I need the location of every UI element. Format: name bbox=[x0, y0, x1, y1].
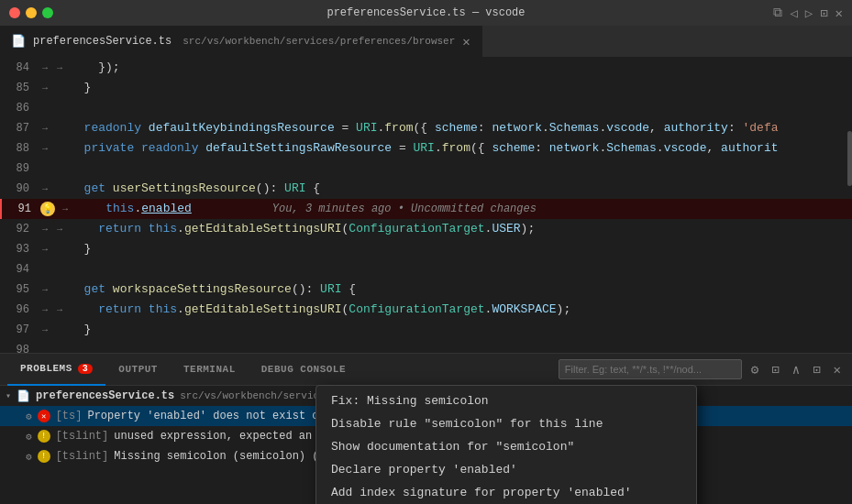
split-editor-icon[interactable]: ⧉ bbox=[773, 5, 782, 20]
panel-toolbar: ⚙ ⊡ ∧ ⊡ ✕ bbox=[359, 359, 845, 379]
panel-tab-output[interactable]: OUTPUT bbox=[105, 354, 171, 386]
problem-gear-icon-1[interactable]: ⚙ bbox=[26, 431, 32, 443]
error-icon-0: ✕ bbox=[38, 410, 50, 422]
tab-path: src/vs/workbench/services/preferences/br… bbox=[183, 36, 455, 47]
close-icon[interactable]: ✕ bbox=[835, 5, 843, 21]
warning-icon-2: ! bbox=[38, 450, 50, 463]
tab-close-button[interactable]: ✕ bbox=[462, 34, 470, 49]
warning-icon-1: ! bbox=[38, 430, 50, 443]
code-line-96: 96 → → return this.getEditableSettingsUR… bbox=[0, 300, 852, 320]
layout-icon[interactable]: ⊡ bbox=[820, 5, 827, 21]
editor-tab[interactable]: 📄 preferencesService.ts src/vs/workbench… bbox=[0, 25, 482, 57]
editor-scrollbar[interactable] bbox=[847, 131, 852, 186]
maximize-button[interactable] bbox=[42, 7, 53, 18]
title-bar: preferencesService.ts — vscode ⧉ ◁ ▷ ⊡ ✕ bbox=[0, 0, 852, 26]
close-button[interactable] bbox=[9, 7, 20, 18]
forward-icon[interactable]: ▷ bbox=[805, 5, 813, 21]
panel-tab-bar: PROBLEMS 3 OUTPUT TERMINAL DEBUG CONSOLE… bbox=[0, 354, 852, 386]
tab-filename: preferencesService.ts bbox=[33, 35, 172, 48]
problem-source-2: [tslint] bbox=[56, 450, 109, 463]
tab-bar: 📄 preferencesService.ts src/vs/workbench… bbox=[0, 26, 852, 58]
code-line-95: 95 → get workspaceSettingsResource(): UR… bbox=[0, 279, 852, 300]
code-line-94: 94 bbox=[0, 259, 852, 279]
line-content-84: }); bbox=[66, 58, 852, 78]
copy-icon[interactable]: ⊡ bbox=[768, 360, 782, 379]
code-line-92: 92 → → return this.getEditableSettingsUR… bbox=[0, 219, 852, 239]
minimize-button[interactable] bbox=[26, 7, 37, 18]
collapse-icon[interactable]: ∧ bbox=[789, 360, 803, 379]
settings-icon[interactable]: ⚙ bbox=[747, 360, 762, 379]
problems-badge: 3 bbox=[78, 364, 94, 374]
file-type-icon: 📄 bbox=[17, 389, 30, 403]
problem-filename: preferencesService.ts bbox=[36, 389, 174, 402]
editor: 84 → → }); 85 → } 86 87 → readonly defau… bbox=[0, 58, 852, 353]
menu-item-0[interactable]: Fix: Missing semicolon bbox=[316, 389, 696, 412]
menu-item-4[interactable]: Add index signature for property 'enable… bbox=[316, 481, 696, 504]
code-line-91: 91 💡 → this.enabled You, 3 minutes ago •… bbox=[0, 199, 852, 219]
window-controls: ⧉ ◁ ▷ ⊡ ✕ bbox=[773, 5, 843, 21]
panel-tab-terminal[interactable]: TERMINAL bbox=[171, 354, 249, 386]
code-line-93: 93 → } bbox=[0, 239, 852, 259]
code-line-97: 97 → } bbox=[0, 320, 852, 340]
code-line-98: 98 bbox=[0, 340, 852, 353]
menu-item-3[interactable]: Declare property 'enabled' bbox=[316, 458, 696, 481]
problem-source-1: [tslint] bbox=[56, 430, 109, 443]
traffic-lights bbox=[9, 7, 53, 18]
code-line-84: 84 → → }); bbox=[0, 58, 852, 78]
problem-gear-icon-0[interactable]: ⚙ bbox=[26, 411, 32, 422]
problem-gear-icon-2[interactable]: ⚙ bbox=[26, 451, 32, 463]
code-line-89: 89 bbox=[0, 159, 852, 179]
lightbulb-icon[interactable]: 💡 bbox=[40, 202, 55, 216]
back-icon[interactable]: ◁ bbox=[790, 5, 797, 21]
code-line-86: 86 bbox=[0, 98, 852, 118]
window-title: preferencesService.ts — vscode bbox=[326, 6, 525, 19]
context-menu: Fix: Missing semicolon Disable rule "sem… bbox=[315, 385, 697, 504]
filter-input[interactable] bbox=[559, 359, 742, 379]
expand-icon[interactable]: ⊡ bbox=[809, 360, 824, 379]
panel-tab-problems[interactable]: PROBLEMS 3 bbox=[7, 354, 105, 386]
menu-item-2[interactable]: Show documentation for "semicolon" bbox=[316, 435, 696, 458]
problem-source-0: [ts] bbox=[56, 410, 83, 422]
chevron-down-icon: ▾ bbox=[6, 390, 11, 401]
menu-item-1[interactable]: Disable rule "semicolon" for this line bbox=[316, 412, 696, 435]
code-line-87: 87 → readonly defaultKeybindingsResource… bbox=[0, 118, 852, 138]
code-line-85: 85 → } bbox=[0, 78, 852, 98]
code-line-88: 88 → private readonly defaultSettingsRaw… bbox=[0, 138, 852, 159]
panel-tab-debug-console[interactable]: DEBUG CONSOLE bbox=[249, 354, 359, 386]
file-icon: 📄 bbox=[11, 34, 26, 49]
code-line-90: 90 → get userSettingsResource(): URI { bbox=[0, 179, 852, 199]
close-panel-icon[interactable]: ✕ bbox=[830, 360, 845, 379]
line-number-84: 84 bbox=[0, 61, 37, 74]
